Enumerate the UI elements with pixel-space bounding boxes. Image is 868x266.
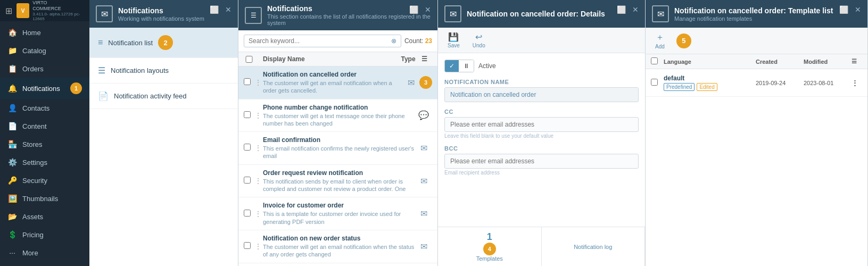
active-toggle[interactable]: ✓ ⏸ — [444, 60, 474, 72]
panel3-maximize-button[interactable]: ⬜ — [615, 4, 628, 15]
nav-item-label: Notification activity feed — [114, 92, 187, 100]
panel4-subtitle: Manage notification templates — [674, 15, 833, 22]
nav-item-notification-list[interactable]: ≡ Notification list 2 — [89, 28, 238, 58]
row-checkbox[interactable] — [244, 210, 254, 218]
row-desc: This email notification confirms the new… — [263, 145, 415, 160]
row-type-icon: ✉ — [415, 209, 432, 219]
row-checkbox[interactable] — [244, 78, 254, 87]
grid-icon[interactable]: ⊞ — [5, 6, 12, 16]
template-row-default[interactable]: default PredefinedEdited 2019-09-24 2023… — [646, 69, 867, 97]
panel2-title: Notifications — [267, 4, 431, 13]
row-content: Order request review notification This n… — [263, 169, 415, 193]
bcc-input[interactable] — [444, 154, 639, 169]
sidebar-item-orders[interactable]: 📋 Orders — [0, 60, 89, 78]
row-dots-icon[interactable]: ⋮ — [254, 144, 263, 152]
bcc-sublabel: Email recipient address — [444, 170, 639, 176]
row-title: Phone number change notification — [263, 104, 415, 111]
panel1-maximize-button[interactable]: ⬜ — [208, 4, 221, 15]
sidebar-item-label: Home — [22, 29, 41, 37]
stores-icon: 🏪 — [7, 140, 17, 148]
row-checkbox[interactable] — [244, 144, 254, 152]
sidebar-item-pricing[interactable]: 💲 Pricing — [0, 226, 89, 244]
row-checkbox[interactable] — [244, 177, 254, 185]
details-tabs: 14TemplatesNotification log — [438, 227, 645, 266]
col-type: Type — [395, 55, 421, 63]
sidebar-item-more[interactable]: ··· More — [0, 244, 89, 262]
list-header: Display Name Type ☰ — [238, 52, 437, 66]
row-dots-icon[interactable]: ⋮ — [254, 177, 263, 185]
sidebar-item-stores[interactable]: 🏪 Stores — [0, 135, 89, 153]
template-menu-icon[interactable]: ⋮ — [852, 79, 862, 87]
contacts-icon: 👤 — [7, 104, 17, 112]
select-all-templates[interactable] — [651, 57, 658, 64]
cc-hint: Leave this field blank to use your defau… — [444, 133, 639, 139]
nav-item-notification-activity-feed[interactable]: 📄 Notification activity feed — [89, 84, 238, 109]
notification-list-badge: 2 — [158, 35, 173, 50]
sidebar-item-content[interactable]: 📄 Content — [0, 117, 89, 135]
row-desc: The customer will get an email notificat… — [263, 243, 415, 259]
col-language: Language — [664, 59, 756, 65]
row-dots-icon[interactable]: ⋮ — [254, 78, 263, 87]
search-clear-icon[interactable]: ⊗ — [391, 37, 396, 45]
list-row-email-confirmation[interactable]: ⋮ Email confirmation This email notifica… — [238, 132, 437, 165]
template-cb[interactable] — [651, 79, 664, 87]
sidebar: ⊞ V VIRTOCOMMERCE 3.411.0- alpha.12726 p… — [0, 0, 89, 266]
tab-templates[interactable]: 14Templates — [438, 227, 542, 266]
list-row-new-order-status[interactable]: ⋮ Notification on new order status The c… — [238, 230, 437, 263]
row-title: Order request review notification — [263, 169, 415, 177]
badge-edited: Edited — [697, 83, 717, 91]
list-row-order-review[interactable]: ⋮ Order request review notification This… — [238, 165, 437, 198]
panel3-header: ✉ Notification on cancelled order: Detai… — [438, 0, 645, 28]
nav-item-notification-layouts[interactable]: ☰ Notification layouts — [89, 58, 238, 84]
col-menu-icon-t: ☰ — [852, 58, 862, 65]
row-title: Notification on cancelled order — [263, 71, 402, 78]
tab-notification-log[interactable]: Notification log — [542, 227, 646, 266]
sidebar-item-catalog[interactable]: 📁 Catalog — [0, 41, 89, 60]
cc-input[interactable] — [444, 117, 639, 132]
row-checkbox[interactable] — [244, 242, 254, 251]
sidebar-item-label: Pricing — [22, 231, 44, 239]
list-row-cancelled-order[interactable]: ⋮ Notification on cancelled order The cu… — [238, 66, 437, 99]
notification-layouts-icon: ☰ — [98, 65, 105, 76]
panel2-header: ☰ Notifications This section contains th… — [238, 0, 437, 30]
row-dots-icon[interactable]: ⋮ — [254, 210, 263, 218]
sidebar-item-notifications[interactable]: 🔔 Notifications 1 — [0, 78, 89, 99]
panel3-toolbar: 💾 Save ↩ Undo — [438, 28, 645, 53]
list-row-invoice[interactable]: ⋮ Invoice for customer order This is a t… — [238, 197, 437, 230]
search-input[interactable] — [249, 37, 391, 45]
toggle-off[interactable]: ⏸ — [459, 60, 474, 72]
panel1-title: Notifications — [118, 6, 204, 15]
panel2-close-button[interactable]: ✕ — [423, 4, 433, 15]
content-icon: 📄 — [7, 122, 17, 130]
row-checkbox[interactable] — [244, 111, 254, 120]
undo-button[interactable]: ↩ Undo — [469, 31, 489, 49]
row-dots-icon[interactable]: ⋮ — [254, 111, 263, 120]
panel4-close-button[interactable]: ✕ — [853, 4, 863, 15]
sidebar-item-label: Assets — [22, 213, 43, 221]
sidebar-item-security[interactable]: 🔑 Security — [0, 171, 89, 189]
list-row-phone-change[interactable]: ⋮ Phone number change notification The c… — [238, 99, 437, 132]
toggle-on[interactable]: ✓ — [445, 60, 459, 72]
panel2-maximize-button[interactable]: ⬜ — [407, 4, 420, 15]
row-dots-icon[interactable]: ⋮ — [254, 242, 263, 251]
cc-group: CC Leave this field blank to use your de… — [444, 109, 639, 139]
col-display-name: Display Name — [263, 55, 395, 63]
active-label: Active — [478, 62, 496, 70]
panel1-close-button[interactable]: ✕ — [223, 4, 234, 15]
sidebar-item-home[interactable]: 🏠 Home — [0, 23, 89, 41]
add-icon: ＋ — [656, 32, 664, 43]
templates-table-body: default PredefinedEdited 2019-09-24 2023… — [646, 69, 867, 266]
panel-template-list: ✉ Notification on cancelled order: Templ… — [646, 0, 868, 266]
sidebar-item-assets[interactable]: 📂 Assets — [0, 207, 89, 226]
sidebar-item-settings[interactable]: ⚙️ Settings — [0, 153, 89, 171]
panel3-close-button[interactable]: ✕ — [630, 4, 641, 15]
sidebar-item-label: Thumbnails — [22, 195, 58, 203]
select-all-checkbox[interactable] — [244, 56, 254, 63]
panel4-maximize-button[interactable]: ⬜ — [837, 4, 850, 15]
template-modified: 2023-08-01 — [804, 80, 852, 86]
sidebar-item-label: Contacts — [22, 104, 49, 112]
sidebar-item-thumbnails[interactable]: 🖼️ Thumbnails — [0, 189, 89, 207]
sidebar-item-contacts[interactable]: 👤 Contacts — [0, 99, 89, 117]
add-button[interactable]: ＋ Add — [652, 31, 668, 51]
save-button[interactable]: 💾 Save — [444, 31, 463, 49]
